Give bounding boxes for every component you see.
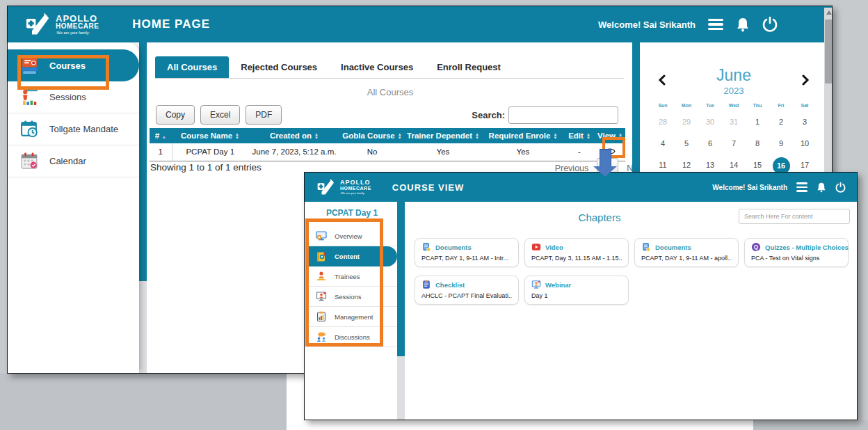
card-type: Documents — [655, 244, 691, 251]
calendar-day[interactable]: 10 — [793, 136, 817, 151]
calendar-day[interactable]: 8 — [746, 136, 769, 151]
canvas-margin — [0, 0, 7, 374]
sidebar-item-label: Calendar — [49, 156, 86, 166]
sidebar-item-label: Sessions — [49, 92, 86, 102]
card-description: AHCLC - PCAPT Final Evaluati... — [421, 292, 512, 299]
logout-power-icon[interactable] — [762, 17, 778, 32]
cell-num: 1 — [150, 143, 172, 161]
cell-trainer-dependet: Yes — [404, 143, 482, 161]
weekday-label: Sun — [651, 103, 675, 108]
card-type: Video — [545, 244, 563, 251]
menu-icon[interactable] — [708, 19, 723, 31]
calendar-day[interactable]: 28 — [651, 114, 675, 129]
calendar-day[interactable]: 30 — [698, 114, 722, 129]
documents-icon — [421, 242, 431, 252]
course-sidebar-scrollbar[interactable] — [397, 202, 405, 420]
menu-icon[interactable] — [796, 182, 807, 192]
calendar-day[interactable]: 5 — [675, 136, 698, 151]
down-arrow-annotation — [593, 149, 618, 177]
sidebar-item-calendar[interactable]: Calendar — [8, 145, 139, 177]
tab-rejected-courses[interactable]: Rejected Courses — [229, 56, 329, 78]
weekday-label: Thu — [746, 103, 769, 108]
highlight-box-course-nav — [305, 218, 383, 347]
brand-tagline: -We are your family- — [340, 192, 371, 195]
col-num[interactable]: #▲ — [150, 128, 172, 143]
notifications-bell-icon[interactable] — [736, 17, 750, 32]
card-type: Checklist — [435, 281, 465, 289]
col-required-enrole[interactable]: Required Enrole▲▼ — [482, 128, 564, 143]
calendar-day[interactable]: 1 — [746, 114, 769, 129]
pdf-button[interactable]: PDF — [246, 105, 282, 125]
sidebar-scrollbar[interactable] — [139, 42, 147, 374]
tab-inactive-courses[interactable]: Inactive Courses — [329, 56, 425, 78]
notifications-bell-icon[interactable] — [817, 182, 826, 193]
calendar-day[interactable]: 3 — [793, 114, 817, 129]
chapter-card-checklist[interactable]: Checklist AHCLC - PCAPT Final Evaluati..… — [415, 276, 519, 305]
webinar-icon — [531, 280, 541, 289]
apollo-logo-icon — [26, 12, 51, 37]
calendar-day[interactable]: 29 — [675, 114, 698, 129]
video-icon — [531, 242, 541, 252]
chapter-card-webinar[interactable]: Webinar Day 1 — [524, 276, 629, 305]
sidebar-item-tollgate-mandate[interactable]: Tollgate Mandate — [8, 113, 139, 145]
calendar-day[interactable]: 7 — [722, 136, 746, 151]
checklist-icon — [421, 280, 431, 289]
scroll-up-icon[interactable] — [826, 10, 832, 15]
col-created-on[interactable]: Created on▲▼ — [248, 128, 340, 143]
calendar-year: 2023 — [651, 86, 817, 96]
calendar-next-icon[interactable] — [802, 74, 810, 86]
excel-button[interactable]: Excel — [200, 105, 240, 125]
calendar-day[interactable]: 2 — [769, 114, 793, 129]
course-app-bar: APOLLO HOMECARE -We are your family- COU… — [305, 173, 857, 202]
chapter-card-documents-2[interactable]: Documents PCAPT, DAY 1, 9-11 AM - apoll.… — [634, 238, 739, 267]
chapter-card-quizzes[interactable]: Q Quizzes - Multiple Choices PCA - Test … — [744, 238, 849, 267]
tab-all-courses[interactable]: All Courses — [155, 56, 229, 78]
calendar-day[interactable]: 15 — [746, 157, 769, 173]
chapter-cards: Documents PCAPT, DAY 1, 9-11 AM - Intr..… — [415, 238, 849, 305]
canvas-margin — [753, 420, 868, 430]
scrollbar-thumb[interactable] — [825, 19, 833, 83]
chapter-card-documents-1[interactable]: Documents PCAPT, DAY 1, 9-11 AM - Intr..… — [415, 238, 519, 267]
slide-canvas: APOLLO HOMECARE -We are your family- HOM… — [0, 0, 868, 430]
weekday-label: Sat — [793, 103, 817, 108]
calendar-day[interactable]: 9 — [769, 136, 793, 151]
col-trainer-dependet[interactable]: Trainer Dependet▲▼ — [404, 128, 482, 143]
weekday-label: Fri — [769, 103, 793, 108]
card-type: Quizzes - Multiple Choices — [765, 244, 849, 251]
weekday-label: Tue — [698, 103, 722, 108]
sidebar-item-label: Tollgate Mandate — [49, 124, 118, 134]
course-view-window: APOLLO HOMECARE -We are your family- COU… — [304, 172, 858, 420]
table-header-row: #▲ Course Name▲▼ Created on▲▼ Gobla Cour… — [150, 128, 625, 143]
col-edit[interactable]: Edit▲▼ — [564, 128, 595, 143]
calendar-day[interactable]: 17 — [793, 157, 817, 173]
brand-tagline: -We are your family- — [56, 31, 99, 35]
brand-name: APOLLO — [56, 14, 99, 23]
search-label: Search: — [472, 110, 505, 120]
card-type: Webinar — [545, 281, 571, 289]
table-search-input[interactable] — [508, 106, 618, 124]
welcome-text: Welcome! Sai Srikanth — [598, 19, 696, 30]
highlight-box-courses — [17, 55, 109, 90]
tollgate-mandate-icon — [20, 120, 39, 138]
course-content-panel: Chapters Documents PCAPT, DAY 1, 9-11 AM… — [405, 202, 858, 420]
calendar-day[interactable]: 6 — [698, 136, 722, 151]
logout-power-icon[interactable] — [835, 182, 846, 193]
table-row: 1 PCPAT Day 1 June 7, 2023, 5:12 a.m. No… — [150, 143, 625, 161]
chapter-card-video[interactable]: Video PCAPT, Day 3, 11.15 AM - 1.15... — [524, 238, 629, 267]
page-title: COURSE VIEW — [392, 182, 464, 193]
calendar-day[interactable]: 31 — [722, 114, 746, 129]
calendar-day[interactable]: 11 — [651, 157, 675, 173]
calendar-day[interactable]: 14 — [722, 157, 746, 173]
calendar-day[interactable]: 12 — [675, 157, 698, 173]
copy-button[interactable]: Copy — [156, 105, 195, 125]
card-type: Documents — [435, 244, 472, 251]
calendar-day[interactable]: 13 — [698, 157, 722, 173]
calendar-prev-icon[interactable] — [658, 74, 666, 86]
chapters-title: Chapters — [405, 212, 794, 223]
col-gobla-course[interactable]: Gobla Course▲▼ — [340, 128, 404, 143]
col-course-name[interactable]: Course Name▲▼ — [172, 128, 248, 143]
content-search-input[interactable] — [739, 209, 850, 224]
calendar-day[interactable]: 4 — [651, 136, 675, 151]
tab-enroll-request[interactable]: Enroll Request — [425, 56, 513, 78]
cell-course-name: PCPAT Day 1 — [172, 143, 248, 161]
